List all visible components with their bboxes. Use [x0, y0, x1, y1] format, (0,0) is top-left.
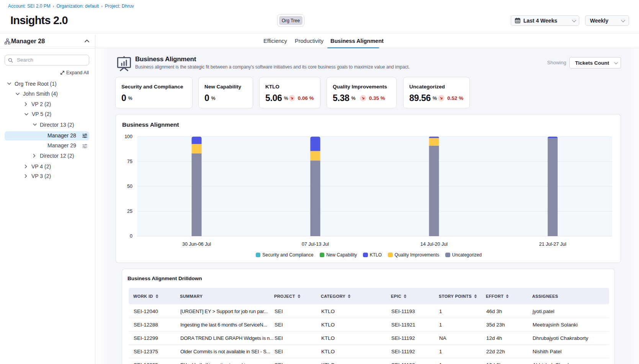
svg-text:30 Jun-06 Jul: 30 Jun-06 Jul [182, 242, 211, 247]
svg-text:21 Jul-27 Jul: 21 Jul-27 Jul [539, 242, 566, 247]
svg-text:50: 50 [127, 184, 132, 189]
svg-text:14 Jul-20 Jul: 14 Jul-20 Jul [420, 242, 448, 247]
svg-text:07 Jul-13 Jul: 07 Jul-13 Jul [302, 242, 329, 247]
svg-text:25: 25 [127, 209, 132, 214]
svg-text:75: 75 [127, 159, 132, 164]
svg-text:100: 100 [124, 134, 132, 139]
svg-text:0: 0 [130, 233, 132, 239]
